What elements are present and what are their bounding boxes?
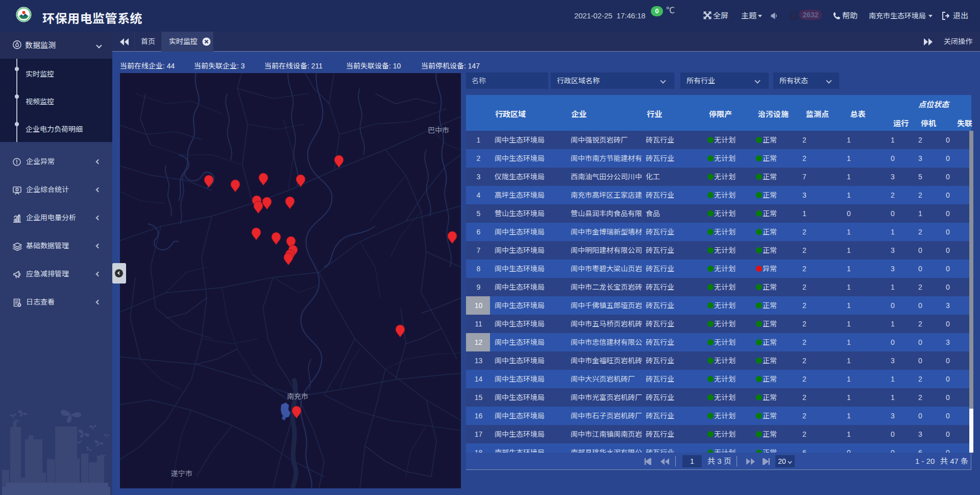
svg-text:南充市: 南充市 — [287, 392, 308, 400]
svg-text:遂宁市: 遂宁市 — [171, 469, 192, 478]
svg-text:巴中市: 巴中市 — [428, 126, 449, 134]
